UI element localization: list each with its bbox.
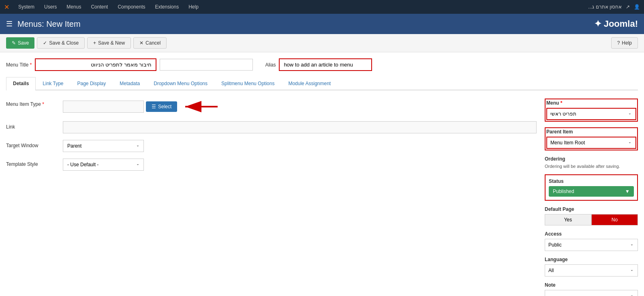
default-page-label: Default Page [545,206,638,212]
menu-title-input[interactable] [35,58,156,71]
access-select[interactable]: Public [545,239,638,251]
external-link-icon: ↗ [626,4,630,10]
menu-title-group: Menu Title * [6,58,253,71]
user-area: ...אחסון אתרם ג ↗ 👤 [588,4,640,10]
default-page-section: Default Page Yes No [545,206,638,225]
nav-users[interactable]: Users [40,2,61,12]
select-button-label: Select [158,104,171,109]
hamburger-icon[interactable]: ☰ [6,19,13,28]
nav-items: System Users Menus Content Components Ex… [14,2,588,12]
nav-system[interactable]: System [14,2,39,12]
ordering-section: Ordering Ordering will be available afte… [545,156,638,169]
tab-splitmenu[interactable]: Splitmenu Menu Options [214,77,281,90]
template-style-select[interactable]: - Use Default - [63,159,144,171]
link-label: Link [6,121,59,130]
ordering-note: Ordering will be available after saving. [545,164,638,169]
dropdown-arrow-icon: ▼ [625,189,630,194]
published-button[interactable]: Published ▼ [549,186,634,197]
menu-item-type-label: Menu Item Type * [6,99,59,107]
menu-title-extra-input[interactable] [160,59,253,71]
help-label: Help [622,40,632,46]
nav-content[interactable]: Content [87,2,112,12]
joomla-logo: ✦ Joomla! [594,19,638,29]
help-button[interactable]: ? Help [611,37,638,49]
save-new-button[interactable]: + Save & New [87,37,131,49]
save-button[interactable]: ✎ Save [6,37,34,49]
link-input[interactable] [63,121,537,133]
language-section: Language All [545,257,638,277]
target-window-select[interactable]: Parent [63,140,144,152]
alias-label: Alias [265,62,276,68]
menu-title-label: Menu Title * [6,62,32,68]
status-label: Status [549,178,634,184]
toolbar: ✎ Save ✓ Save & Close + Save & New ✕ Can… [0,34,644,52]
select-control: ☰ Select [63,99,537,115]
target-window-row: Target Window Parent [6,140,537,152]
tab-metadata[interactable]: Metadata [113,77,147,90]
save-new-label: Save & New [98,40,125,46]
joomla-logo-text: ✦ Joomla! [594,19,638,29]
page-title: Menus: New Item [17,19,81,29]
parent-item-select[interactable]: Menu Item Root [546,137,636,149]
form-area: Menu Title * Alias Details Link Type Pag… [0,52,644,296]
language-label: Language [545,257,638,262]
tabs: Details Link Type Page Display Metadata … [6,77,638,90]
list-icon: ☰ [152,104,156,109]
link-row: Link [6,121,537,133]
menu-side-label: Menu * [546,100,636,106]
arrow-annotation [181,99,222,115]
nav-extensions[interactable]: Extensions [151,2,183,12]
status-section: Status Published ▼ [545,174,638,201]
save-close-button[interactable]: ✓ Save & Close [37,37,85,49]
alias-input[interactable] [279,58,372,71]
required-star: * [30,62,32,68]
default-page-yes[interactable]: Yes [545,214,591,225]
default-page-no[interactable]: No [591,214,638,225]
default-page-toggle: Yes No [545,214,638,225]
target-window-control: Parent [63,140,537,152]
help-icon: ? [617,40,620,46]
parent-item-label: Parent Item [546,129,636,135]
language-select[interactable]: All [545,264,638,277]
note-input[interactable] [545,290,638,296]
tab-link-type[interactable]: Link Type [36,77,70,90]
nav-help[interactable]: Help [184,2,203,12]
plus-icon: + [93,40,96,46]
header-bar: ☰ Menus: New Item ✦ Joomla! [0,14,644,34]
toolbar-left: ✎ Save ✓ Save & Close + Save & New ✕ Can… [6,37,167,49]
menu-item-type-control: ☰ Select [63,99,537,115]
user-name[interactable]: ...אחסון אתרם ג [588,4,622,10]
user-icon: 👤 [634,4,640,10]
menu-item-type-row: Menu Item Type * ☰ Select [6,99,537,115]
select-button[interactable]: ☰ Select [146,101,177,112]
target-window-label: Target Window [6,140,59,148]
side-panel: Menu * תפריט ראשי Parent Item Menu Item … [545,99,638,296]
template-style-control: - Use Default - [63,159,537,171]
save-close-label: Save & Close [49,40,79,46]
note-label: Note [545,282,638,288]
top-navigation: ✕ System Users Menus Content Components … [0,0,644,14]
tab-page-display[interactable]: Page Display [71,77,113,90]
template-style-label: Template Style [6,159,59,167]
link-control [63,121,537,133]
cancel-label: Cancel [145,40,160,46]
tab-dropdown-menu[interactable]: Dropdown Menu Options [147,77,214,90]
tab-details[interactable]: Details [6,77,36,90]
access-label: Access [545,231,638,237]
menu-select[interactable]: תפריט ראשי [546,108,636,120]
note-section: Note [545,282,638,296]
cancel-icon: ✕ [139,40,143,46]
alias-group: Alias [265,58,372,71]
main-panel: Menu Item Type * ☰ Select [6,99,537,296]
ordering-label: Ordering [545,156,638,162]
published-label: Published [553,189,574,194]
content-layout: Menu Item Type * ☰ Select [6,99,638,296]
nav-components[interactable]: Components [113,2,149,12]
nav-menus[interactable]: Menus [62,2,85,12]
cancel-button[interactable]: ✕ Cancel [133,37,167,49]
check-icon: ✓ [43,40,47,46]
title-section: ☰ Menus: New Item [6,19,81,29]
tab-module-assignment[interactable]: Module Assignment [281,77,338,90]
menu-section: Menu * תפריט ראשי [545,99,638,122]
menu-item-type-input [63,101,144,113]
